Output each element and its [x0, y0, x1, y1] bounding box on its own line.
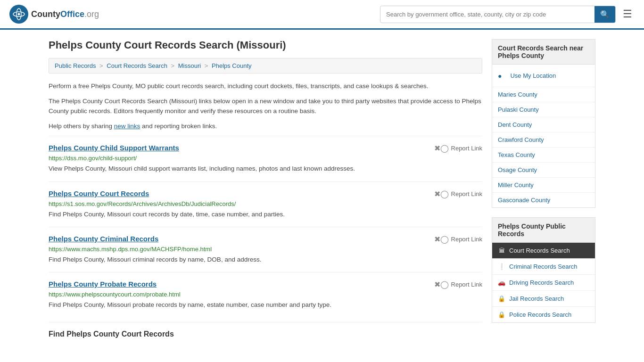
nearby-county-item: Miller County [492, 178, 595, 193]
nearby-county-item: Gasconade County [492, 193, 595, 207]
logo-area: CountyOffice.org [9, 5, 99, 24]
report-link[interactable]: ✖◯ Report Link [434, 280, 482, 289]
report-label: Report Link [451, 190, 482, 197]
report-link[interactable]: ✖◯ Report Link [434, 144, 482, 153]
result-item: Phelps County Probate Records ✖◯ Report … [49, 272, 482, 317]
result-desc: Find Phelps County, Missouri probate rec… [49, 300, 482, 310]
public-records-item: 🔒 Police Records Search [492, 307, 595, 322]
public-records-list: 🏛 Court Records Search ❕ Criminal Record… [492, 242, 595, 323]
breadcrumb: Public Records > Court Records Search > … [49, 58, 482, 74]
main-container: Phelps County Court Records Search (Miss… [39, 30, 605, 348]
nearby-county-link[interactable]: Gasconade County [492, 193, 595, 207]
result-url: https://dss.mo.gov/child-support/ [49, 155, 482, 162]
report-icon: ✖◯ [434, 144, 449, 153]
pr-icon: 🚗 [498, 279, 505, 286]
result-header: Phelps County Child Support Warrants ✖◯ … [49, 144, 482, 153]
result-header: Phelps County Court Records ✖◯ Report Li… [49, 189, 482, 198]
report-icon: ✖◯ [434, 189, 449, 198]
nearby-county-item: Maries County [492, 87, 595, 102]
nearby-county-link[interactable]: Crawford County [492, 132, 595, 147]
nearby-section: Court Records Search near Phelps County … [492, 39, 595, 208]
result-desc: Find Phelps County, Missouri criminal re… [49, 255, 482, 264]
use-my-location-link[interactable]: Use My Location [504, 68, 561, 83]
result-desc: View Phelps County, Missouri child suppo… [49, 164, 482, 173]
sidebar: Court Records Search near Phelps County … [492, 39, 595, 338]
pr-label: Driving Records Search [509, 279, 574, 286]
result-url: https://s1.sos.mo.gov/Records/Archives/A… [49, 200, 482, 207]
result-header: Phelps County Probate Records ✖◯ Report … [49, 280, 482, 289]
site-header: CountyOffice.org 🔍 ☰ [0, 0, 644, 30]
public-records-link[interactable]: 🔒 Jail Records Search [492, 291, 595, 306]
logo-icon [9, 5, 28, 24]
public-records-item: 🚗 Driving Records Search [492, 275, 595, 291]
search-box: 🔍 [380, 6, 616, 23]
report-link[interactable]: ✖◯ Report Link [434, 235, 482, 244]
nearby-county-item: Pulaski County [492, 102, 595, 117]
public-records-link[interactable]: 🚗 Driving Records Search [492, 275, 595, 290]
public-records-heading: Phelps County Public Records [492, 217, 595, 242]
intro-text-1: Perform a free Phelps County, MO public … [49, 81, 482, 91]
result-title[interactable]: Phelps County Criminal Records [49, 235, 158, 243]
nearby-county-link[interactable]: Texas County [492, 148, 595, 162]
pr-icon: 🔒 [498, 295, 505, 302]
result-item: Phelps County Child Support Warrants ✖◯ … [49, 136, 482, 181]
report-icon: ✖◯ [434, 235, 449, 244]
result-title[interactable]: Phelps County Child Support Warrants [49, 144, 179, 152]
public-records-link[interactable]: ❕ Criminal Records Search [492, 259, 595, 274]
use-my-location-item: ● Use My Location [492, 65, 595, 87]
results-list: Phelps County Child Support Warrants ✖◯ … [49, 136, 482, 317]
nearby-county-link[interactable]: Pulaski County [492, 102, 595, 117]
public-records-item: 🏛 Court Records Search [492, 243, 595, 259]
result-url: https://www.machs.mshp.dps.mo.gov/MACHSF… [49, 246, 482, 253]
pr-label: Jail Records Search [509, 295, 564, 302]
result-desc: Find Phelps County, Missouri court recor… [49, 210, 482, 219]
public-records-section: Phelps County Public Records 🏛 Court Rec… [492, 217, 595, 323]
public-records-item: ❕ Criminal Records Search [492, 259, 595, 275]
nearby-county-item: Dent County [492, 117, 595, 132]
breadcrumb-public-records[interactable]: Public Records [55, 62, 96, 69]
breadcrumb-phelps-county[interactable]: Phelps County [212, 62, 252, 69]
result-item: Phelps County Criminal Records ✖◯ Report… [49, 227, 482, 272]
find-section-title: Find Phelps County Court Records [49, 322, 482, 338]
report-link[interactable]: ✖◯ Report Link [434, 189, 482, 198]
location-pin-icon: ● [498, 72, 502, 80]
report-label: Report Link [451, 145, 482, 152]
report-label: Report Link [451, 281, 482, 288]
result-title[interactable]: Phelps County Probate Records [49, 280, 157, 288]
search-input[interactable] [380, 7, 594, 22]
nearby-county-item: Osage County [492, 163, 595, 178]
result-title[interactable]: Phelps County Court Records [49, 189, 149, 197]
nearby-heading: Court Records Search near Phelps County [492, 39, 595, 64]
public-records-link[interactable]: 🔒 Police Records Search [492, 307, 595, 322]
result-item: Phelps County Court Records ✖◯ Report Li… [49, 181, 482, 227]
intro-text-2: The Phelps County Court Records Search (… [49, 96, 482, 116]
nearby-county-link[interactable]: Miller County [492, 178, 595, 192]
result-url: https://www.phelpscountycourt.com/probat… [49, 291, 482, 298]
nearby-county-item: Texas County [492, 148, 595, 163]
result-header: Phelps County Criminal Records ✖◯ Report… [49, 235, 482, 244]
search-button[interactable]: 🔍 [594, 6, 615, 23]
breadcrumb-missouri[interactable]: Missouri [178, 62, 201, 69]
nearby-county-link[interactable]: Dent County [492, 117, 595, 132]
pr-label: Criminal Records Search [509, 263, 578, 270]
new-links-link[interactable]: new links [114, 123, 140, 130]
nearby-county-link[interactable]: Osage County [492, 163, 595, 177]
report-label: Report Link [451, 236, 482, 243]
intro-text-3: Help others by sharing new links and rep… [49, 121, 482, 132]
report-icon: ✖◯ [434, 280, 449, 289]
menu-icon[interactable]: ☰ [620, 6, 635, 23]
nearby-list: ● Use My Location Maries CountyPulaski C… [492, 64, 595, 208]
pr-icon: 🔒 [498, 311, 505, 318]
page-title: Phelps County Court Records Search (Miss… [49, 39, 482, 51]
public-records-item: 🔒 Jail Records Search [492, 291, 595, 307]
pr-label: Court Records Search [509, 247, 570, 254]
svg-point-3 [18, 13, 20, 16]
breadcrumb-court-records[interactable]: Court Records Search [107, 62, 167, 69]
nearby-county-item: Crawford County [492, 132, 595, 148]
public-records-link[interactable]: 🏛 Court Records Search [492, 243, 595, 258]
pr-icon: ❕ [498, 263, 505, 270]
logo-text: CountyOffice.org [31, 9, 99, 19]
pr-label: Police Records Search [509, 311, 571, 318]
content-area: Phelps County Court Records Search (Miss… [49, 39, 482, 338]
nearby-county-link[interactable]: Maries County [492, 87, 595, 102]
